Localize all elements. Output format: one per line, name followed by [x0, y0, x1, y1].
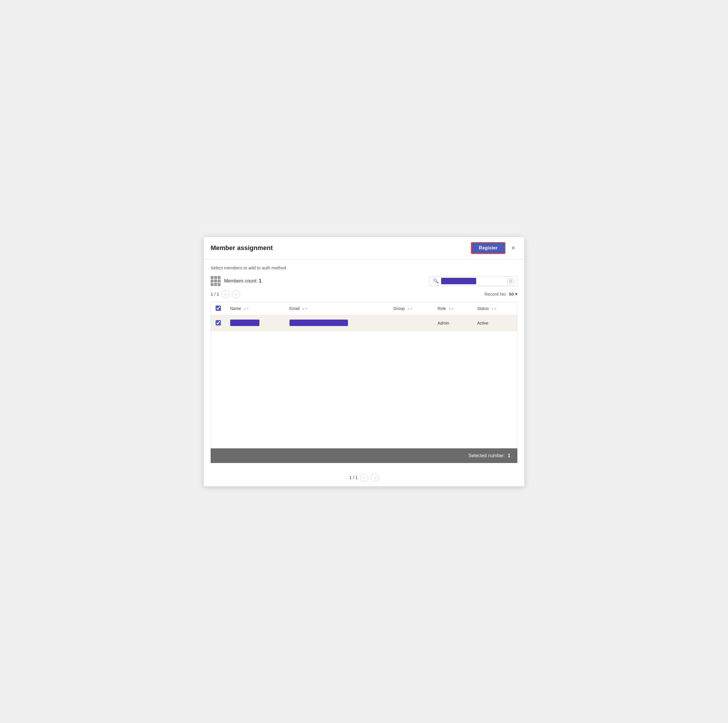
- grid-view-icon[interactable]: [211, 276, 220, 286]
- search-box: 🔍 ☒: [430, 276, 517, 286]
- email-redacted: [289, 319, 348, 326]
- pagination-right: Record No: 50 ▾: [484, 292, 517, 297]
- dialog-subtitle: Select members to add to auth method: [211, 265, 517, 270]
- table-row: Admin Active: [211, 315, 517, 331]
- row-name-cell: [226, 315, 285, 331]
- group-col-header: Group ▲▼: [388, 302, 433, 315]
- next-page-button[interactable]: ›: [232, 290, 240, 298]
- bottom-next-button[interactable]: ›: [371, 474, 379, 482]
- toolbar-left: Members count: 1: [211, 276, 262, 286]
- select-all-col: [211, 302, 226, 315]
- members-count: Members count: 1: [224, 278, 262, 284]
- email-sort-icon[interactable]: ▲▼: [302, 307, 307, 310]
- dialog-body: Select members to add to auth method Mem…: [203, 260, 525, 469]
- search-icon: 🔍: [433, 278, 439, 284]
- status-col-header: Status ▲▼: [473, 302, 517, 315]
- email-col-header: Email ▲▼: [285, 302, 389, 315]
- pagination-bottom: 1 / 1 ‹ ›: [203, 469, 525, 486]
- row-role-cell: Admin: [433, 315, 473, 331]
- member-assignment-dialog: Member assignment Register × Select memb…: [203, 237, 525, 487]
- pagination-left: 1 / 1 ‹ ›: [211, 290, 240, 298]
- row-email-cell: [285, 315, 389, 331]
- members-table-container: Name ▲▼ Email ▲▼ Group ▲▼ Role: [211, 302, 517, 448]
- page-info: 1 / 1: [211, 292, 219, 297]
- close-button[interactable]: ×: [509, 243, 517, 253]
- name-redacted: [230, 319, 259, 326]
- role-sort-icon[interactable]: ▲▼: [448, 307, 454, 310]
- bottom-prev-button[interactable]: ‹: [360, 474, 369, 482]
- row-status-cell: Active: [473, 315, 517, 331]
- toolbar: Members count: 1 🔍 ☒: [211, 276, 517, 286]
- selected-count: Selected number: 1: [469, 453, 510, 459]
- prev-page-button[interactable]: ‹: [222, 290, 229, 298]
- row-group-cell: [388, 315, 433, 331]
- record-no-label: Record No:: [484, 292, 506, 297]
- name-sort-icon[interactable]: ▲▼: [243, 307, 249, 310]
- select-all-checkbox[interactable]: [216, 306, 221, 311]
- status-sort-icon[interactable]: ▲▼: [491, 307, 497, 310]
- bottom-page-info: 1 / 1: [349, 475, 358, 480]
- record-no-select[interactable]: 50 ▾: [509, 292, 517, 297]
- members-table: Name ▲▼ Email ▲▼ Group ▲▼ Role: [211, 302, 517, 448]
- footer-bar: Selected number: 1: [211, 448, 517, 463]
- register-button[interactable]: Register: [471, 242, 505, 254]
- search-fill-redacted: [441, 278, 476, 284]
- table-header-row: Name ▲▼ Email ▲▼ Group ▲▼ Role: [211, 302, 517, 315]
- dialog-title: Member assignment: [211, 244, 273, 252]
- group-sort-icon[interactable]: ▲▼: [407, 307, 413, 310]
- row-checkbox-cell: [211, 315, 226, 331]
- header-actions: Register ×: [471, 242, 517, 254]
- role-col-header: Role ▲▼: [433, 302, 473, 315]
- name-col-header: Name ▲▼: [226, 302, 285, 315]
- search-clear-button[interactable]: ☒: [508, 278, 514, 284]
- pagination-top: 1 / 1 ‹ › Record No: 50 ▾: [211, 290, 517, 298]
- row-checkbox[interactable]: [216, 320, 221, 326]
- empty-area: [211, 331, 517, 448]
- dialog-header: Member assignment Register ×: [203, 237, 525, 260]
